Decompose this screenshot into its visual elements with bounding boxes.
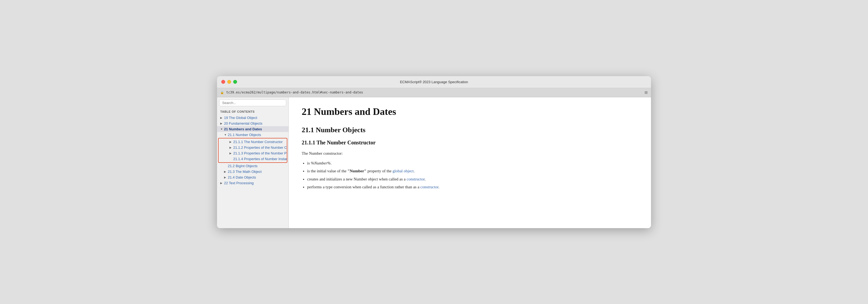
sidebar-item-label: 21.3 The Math Object xyxy=(228,170,261,174)
url-text: tc39.es/ecma262/multipage/numbers-and-da… xyxy=(226,90,363,94)
traffic-lights xyxy=(221,80,237,84)
chevron-right-icon: ▶ xyxy=(220,116,224,119)
sidebar-item-label: 21.1 Number Objects xyxy=(228,133,261,137)
intro-paragraph: The Number constructor: xyxy=(302,150,638,157)
chevron-right-icon: ▶ xyxy=(229,152,233,155)
sidebar-item-label: 20 Fundamental Objects xyxy=(224,121,262,126)
bullet-2-pre: is the initial value of the xyxy=(307,169,347,173)
list-item: creates and initializes a new Number obj… xyxy=(307,176,638,183)
list-item: is %Number%. xyxy=(307,160,638,167)
bullet-2-mid: property of the xyxy=(366,169,393,173)
browser-window: ECMAScript® 2023 Language Specification … xyxy=(217,76,651,228)
global-object-link[interactable]: global object xyxy=(393,169,414,173)
bullet-list: is %Number%. is the initial value of the… xyxy=(307,160,638,191)
sidebar-item-label: 21.4 Date Objects xyxy=(228,175,256,179)
sidebar-item-label: 22 Text Processing xyxy=(224,181,254,185)
bullet-4-post: . xyxy=(438,185,439,189)
bullet-4-pre: performs a type conversion when called a… xyxy=(307,185,421,189)
list-item: performs a type conversion when called a… xyxy=(307,184,638,191)
page-title: ECMAScript® 2023 Language Specification xyxy=(400,80,468,84)
sidebar-item-21-1-1[interactable]: ▶ 21.1.1 The Number Constructor xyxy=(219,139,287,145)
bullet-1-italic: %Number% xyxy=(311,161,331,165)
lock-icon: 🔒 xyxy=(220,91,224,94)
sidebar-item-label: 19 The Global Object xyxy=(224,116,257,120)
sidebar-item-22[interactable]: ▶ 22 Text Processing xyxy=(217,180,288,186)
chevron-right-icon: ▶ xyxy=(220,182,224,185)
bullet-1-post: . xyxy=(331,161,332,165)
toc-list: ▶ 19 The Global Object ▶ 20 Fundamental … xyxy=(217,114,288,228)
reader-icon[interactable]: ⊞ xyxy=(645,90,648,94)
main-heading: 21 Numbers and Dates xyxy=(302,106,638,117)
content-area: 21 Numbers and Dates 21.1 Number Objects… xyxy=(289,97,651,228)
sidebar-item-label: 21.2 BigInt Objects xyxy=(228,164,257,168)
chevron-right-icon: ▶ xyxy=(224,176,228,179)
bullet-1-pre: is xyxy=(307,161,311,165)
constructor-link-1[interactable]: constructor xyxy=(407,177,425,181)
highlighted-section: ▶ 21.1.1 The Number Constructor ▶ 21.1.2… xyxy=(218,138,287,163)
sidebar-item-19[interactable]: ▶ 19 The Global Object xyxy=(217,115,288,120)
toc-header: TABLE OF CONTENTS xyxy=(217,108,288,114)
sidebar-item-21[interactable]: ▼ 21 Numbers and Dates xyxy=(217,126,288,132)
sidebar-item-label: 21 Numbers and Dates xyxy=(224,127,262,131)
intro-text: The Number constructor: xyxy=(302,151,343,156)
sidebar: TABLE OF CONTENTS ▶ 19 The Global Object… xyxy=(217,97,289,228)
constructor-link-2[interactable]: constructor xyxy=(421,185,439,189)
sidebar-item-label: 21.1.2 Properties of the Number Construc… xyxy=(233,145,287,149)
sidebar-item-label: 21.1.3 Properties of the Number Prototyp… xyxy=(233,151,287,155)
section-1-heading: 21.1 Number Objects xyxy=(302,126,638,134)
sidebar-item-21-1[interactable]: ▼ 21.1 Number Objects xyxy=(217,132,288,138)
section-1-1-heading: 21.1.1 The Number Constructor xyxy=(302,140,638,146)
sidebar-item-21-4[interactable]: ▶ 21.4 Date Objects xyxy=(217,174,288,180)
url-bar: 🔒 tc39.es/ecma262/multipage/numbers-and-… xyxy=(217,88,651,97)
sidebar-item-label: 21.1.1 The Number Constructor xyxy=(233,140,283,144)
bullet-3-post: . xyxy=(425,177,426,181)
sidebar-item-label: 21.1.4 Properties of Number Instances xyxy=(233,157,287,161)
list-item: is the initial value of the "Number" pro… xyxy=(307,168,638,175)
bullet-2-post: . xyxy=(414,169,415,173)
chevron-right-icon: ▶ xyxy=(229,146,233,149)
chevron-right-icon: ▶ xyxy=(220,122,224,125)
chevron-right-icon: ▶ xyxy=(229,140,233,143)
bullet-2-bold: "Number" xyxy=(347,169,366,173)
sidebar-item-21-1-4[interactable]: 21.1.4 Properties of Number Instances xyxy=(219,156,287,162)
sidebar-item-21-1-3[interactable]: ▶ 21.1.3 Properties of the Number Protot… xyxy=(219,150,287,156)
maximize-button[interactable] xyxy=(233,80,237,84)
sidebar-item-21-1-2[interactable]: ▶ 21.1.2 Properties of the Number Constr… xyxy=(219,145,287,150)
sidebar-item-20[interactable]: ▶ 20 Fundamental Objects xyxy=(217,120,288,126)
title-bar: ECMAScript® 2023 Language Specification xyxy=(217,76,651,88)
bullet-3-pre: creates and initializes a new Number obj… xyxy=(307,177,407,181)
minimize-button[interactable] xyxy=(227,80,231,84)
sidebar-item-21-2[interactable]: 21.2 BigInt Objects xyxy=(217,163,288,169)
main-area: TABLE OF CONTENTS ▶ 19 The Global Object… xyxy=(217,97,651,228)
sidebar-item-21-3[interactable]: ▶ 21.3 The Math Object xyxy=(217,169,288,174)
chevron-down-icon: ▼ xyxy=(220,128,224,131)
chevron-down-icon: ▼ xyxy=(224,133,228,136)
search-input[interactable] xyxy=(219,100,286,106)
close-button[interactable] xyxy=(221,80,225,84)
chevron-right-icon: ▶ xyxy=(224,170,228,173)
